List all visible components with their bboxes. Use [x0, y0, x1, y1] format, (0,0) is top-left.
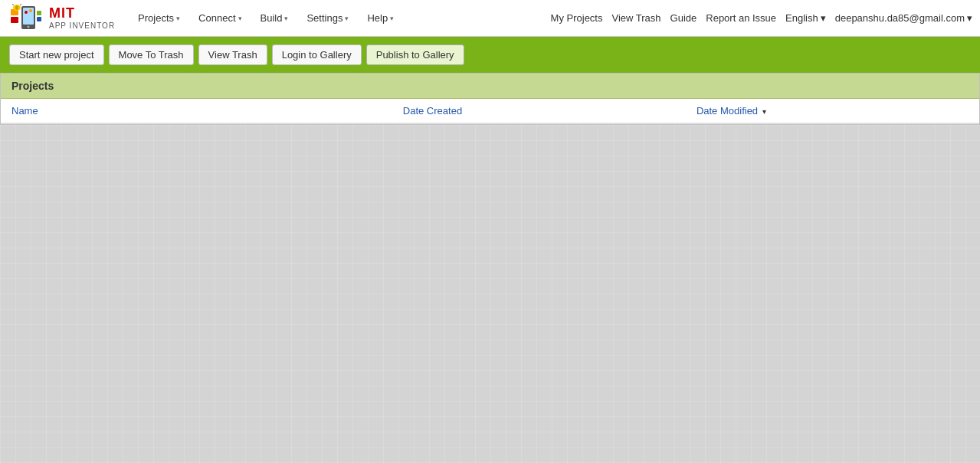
- nav-user-account[interactable]: deepanshu.da85@gmail.com ▾: [835, 12, 972, 24]
- language-caret-icon: ▾: [821, 12, 826, 24]
- column-date-modified[interactable]: Date Modified ▾: [686, 99, 979, 123]
- build-caret-icon: ▾: [284, 15, 288, 22]
- move-to-trash-button[interactable]: Move To Trash: [109, 44, 194, 65]
- nav-connect[interactable]: Connect ▾: [191, 8, 249, 28]
- navbar: MIT APP INVENTOR Projects ▾ Connect ▾ Bu…: [0, 0, 980, 37]
- svg-rect-8: [37, 17, 41, 21]
- brand-text: MIT APP INVENTOR: [49, 6, 115, 30]
- svg-rect-7: [37, 11, 41, 15]
- nav-projects[interactable]: Projects ▾: [130, 8, 188, 28]
- nav-help[interactable]: Help ▾: [359, 8, 402, 28]
- nav-build[interactable]: Build ▾: [253, 8, 297, 28]
- brand-appinventor-label: APP INVENTOR: [49, 21, 115, 30]
- nav-my-projects[interactable]: My Projects: [551, 12, 603, 24]
- help-caret-icon: ▾: [390, 15, 394, 22]
- publish-to-gallery-button[interactable]: Publish to Gallery: [366, 44, 464, 65]
- nav-language[interactable]: English ▾: [785, 12, 826, 24]
- column-date-created[interactable]: Date Created: [392, 99, 686, 123]
- nav-main-items: Projects ▾ Connect ▾ Build ▾ Settings ▾ …: [130, 8, 550, 28]
- nav-guide[interactable]: Guide: [670, 12, 697, 24]
- column-name[interactable]: Name: [1, 99, 392, 123]
- table-header-row: Name Date Created Date Modified ▾: [1, 99, 979, 123]
- user-caret-icon: ▾: [967, 12, 972, 24]
- view-trash-button[interactable]: View Trash: [198, 44, 267, 65]
- projects-caret-icon: ▾: [176, 15, 180, 22]
- projects-section: Projects Name Date Created Date Modified…: [0, 73, 980, 125]
- svg-line-12: [20, 4, 21, 5]
- nav-view-trash[interactable]: View Trash: [611, 12, 660, 24]
- svg-rect-5: [11, 17, 18, 23]
- nav-right-items: My Projects View Trash Guide Report an I…: [551, 12, 972, 24]
- svg-point-4: [29, 9, 32, 12]
- projects-section-header: Projects: [1, 74, 979, 99]
- nav-settings[interactable]: Settings ▾: [299, 8, 356, 28]
- start-new-project-button[interactable]: Start new project: [9, 44, 104, 65]
- svg-rect-1: [23, 8, 34, 25]
- nav-report-issue[interactable]: Report an Issue: [706, 12, 776, 24]
- brand-logo-icon: [8, 3, 44, 34]
- svg-line-11: [12, 4, 14, 5]
- svg-point-3: [25, 11, 28, 14]
- sort-indicator-icon: ▾: [762, 107, 766, 116]
- settings-caret-icon: ▾: [345, 15, 349, 22]
- content-area: [0, 125, 980, 463]
- brand-mit-label: MIT: [49, 6, 115, 21]
- svg-point-10: [15, 5, 18, 10]
- brand-logo-link[interactable]: MIT APP INVENTOR: [8, 3, 115, 34]
- toolbar: Start new project Move To Trash View Tra…: [0, 37, 980, 73]
- projects-table: Name Date Created Date Modified ▾: [1, 99, 979, 124]
- connect-caret-icon: ▾: [238, 15, 242, 22]
- login-to-gallery-button[interactable]: Login to Gallery: [272, 44, 362, 65]
- svg-point-2: [28, 25, 30, 28]
